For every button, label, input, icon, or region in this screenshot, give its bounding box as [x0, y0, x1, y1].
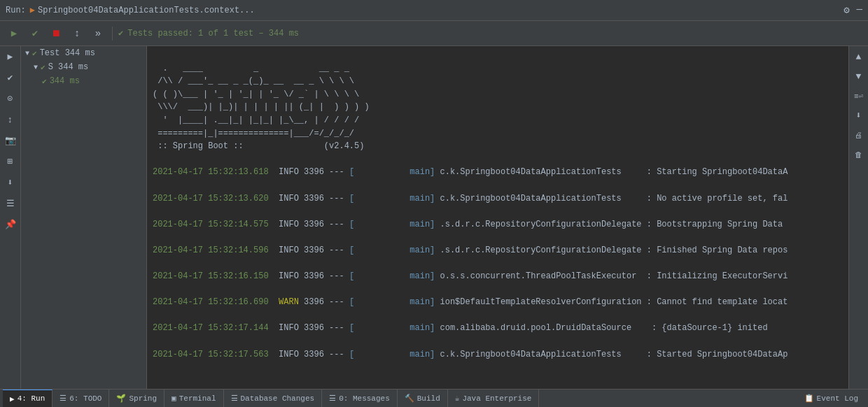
more-button[interactable]: »	[90, 25, 106, 42]
settings-icon[interactable]: ⚙	[844, 4, 849, 16]
print-icon[interactable]: 🖨	[851, 127, 867, 143]
test-item-s[interactable]: ▼ ✔ S 344 ms	[21, 60, 146, 74]
run-label: Run:	[6, 6, 26, 15]
toolbar-divider	[112, 27, 113, 41]
log-line-6: 2021-04-17 15:32:16.690 WARN 3396 --- [ …	[153, 296, 843, 309]
msg-tab-icon: ☰	[329, 394, 336, 403]
tab-terminal[interactable]: ▣ Terminal	[164, 390, 223, 408]
test-item-root[interactable]: ▼ ✔ Test 344 ms	[21, 46, 146, 60]
test-panel: ▼ ✔ Test 344 ms ▼ ✔ S 344 ms ✔ 344 ms	[21, 46, 147, 389]
download-icon[interactable]: ⬇	[851, 108, 867, 123]
sidebar-import-icon[interactable]: ⬇	[3, 175, 18, 190]
todo-tab-label: 6: TODO	[69, 394, 102, 403]
right-sidebar: ▲ ▼ ≡⏎ ⬇ 🖨 🗑	[848, 46, 868, 389]
sidebar-camera-icon[interactable]: 📷	[3, 133, 18, 148]
check-icon-detail: ✔	[42, 77, 47, 86]
sidebar-sort-icon[interactable]: ↕	[3, 112, 18, 127]
left-sidebar: ▶ ✔ ⊙ ↕ 📷 ⊞ ⬇ ☰ 📌	[0, 46, 21, 389]
trash-icon[interactable]: 🗑	[851, 147, 867, 162]
scroll-down-icon[interactable]: ▼	[851, 69, 867, 84]
log-line-2: 2021-04-17 15:32:13.620 INFO 3396 --- [ …	[153, 192, 843, 206]
tab-todo[interactable]: ☰ 6: TODO	[52, 390, 109, 408]
spring-tab-icon: 🌱	[116, 394, 126, 403]
log-line-1: 2021-04-17 15:32:13.618 INFO 3396 --- [ …	[153, 166, 843, 179]
test-label: Test 344 ms	[40, 48, 95, 58]
status-check-icon: ✔	[118, 28, 123, 38]
java-tab-label: Java Enterprise	[462, 394, 531, 403]
test-item-detail[interactable]: ✔ 344 ms	[21, 74, 146, 88]
sidebar-list-icon[interactable]: ☰	[3, 196, 18, 211]
title-actions: ⚙ ─	[844, 4, 862, 16]
minimize-icon[interactable]: ─	[857, 4, 862, 16]
blank-line-1	[153, 376, 158, 385]
todo-tab-icon: ☰	[59, 394, 66, 403]
test-label-detail: 344 ms	[50, 76, 80, 86]
check-icon: ✔	[32, 49, 37, 58]
log-line-3: 2021-04-17 15:32:14.575 INFO 3396 --- [ …	[153, 218, 843, 231]
terminal-tab-icon: ▣	[172, 394, 176, 403]
run-icon: ▶	[30, 5, 35, 15]
tab-run[interactable]: ▶ 4: Run	[3, 390, 52, 408]
title-bar: Run: ▶ Springboot04DataApplicationTests.…	[0, 0, 868, 21]
db-tab-icon: ☰	[231, 394, 238, 403]
msg-tab-label: 0: Messages	[339, 394, 390, 403]
scroll-up-icon[interactable]: ▲	[851, 49, 867, 64]
arrow-icon: ▼	[25, 50, 29, 57]
arrow-icon-s: ▼	[34, 64, 38, 71]
check-button[interactable]: ✔	[27, 25, 43, 42]
status-text: Tests passed: 1 of 1 test – 344 ms	[127, 29, 299, 38]
play-button[interactable]: ▶	[6, 25, 22, 42]
terminal-tab-label: Terminal	[179, 394, 216, 403]
tab-messages[interactable]: ☰ 0: Messages	[322, 390, 398, 408]
sidebar-pin-icon[interactable]: 📌	[3, 217, 18, 232]
event-log-label: Event Log	[817, 394, 858, 403]
build-tab-icon: 🔨	[405, 394, 414, 403]
log-line-8: 2021-04-17 15:32:17.563 INFO 3396 --- [ …	[153, 348, 843, 362]
tab-build[interactable]: 🔨 Build	[398, 390, 448, 408]
test-label-s: S 344 ms	[48, 62, 89, 72]
tab-java-enterprise[interactable]: ☕ Java Enterprise	[448, 390, 540, 408]
sidebar-check-icon[interactable]: ✔	[3, 70, 18, 85]
wrap-icon[interactable]: ≡⏎	[851, 88, 867, 103]
sidebar-run-icon[interactable]: ▶	[3, 49, 18, 64]
log-line-4: 2021-04-17 15:32:14.596 INFO 3396 --- [ …	[153, 244, 843, 257]
spring-banner: . ____ _ __ _ _ /\\ / ___'_ __ _ _(_)_ _…	[153, 64, 370, 152]
sidebar-circle-icon[interactable]: ⊙	[3, 91, 18, 106]
log-line-7: 2021-04-17 15:32:17.144 INFO 3396 --- [ …	[153, 322, 843, 335]
event-log-icon: 📋	[804, 394, 814, 403]
build-tab-label: Build	[417, 394, 440, 403]
main-layout: ▶ ✔ ⊙ ↕ 📷 ⊞ ⬇ ☰ 📌 ▼ ✔ Test 344 ms ▼ ✔ S …	[0, 46, 868, 389]
toolbar: ▶ ✔ ⏹ ↕ » ✔ Tests passed: 1 of 1 test – …	[0, 21, 868, 46]
log-line-5: 2021-04-17 15:32:16.150 INFO 3396 --- [ …	[153, 270, 843, 283]
sidebar-grid-icon[interactable]: ⊞	[3, 154, 18, 169]
run-tab-label: 4: Run	[18, 394, 46, 403]
tab-db-changes[interactable]: ☰ Database Changes	[224, 390, 323, 408]
java-tab-icon: ☕	[455, 394, 460, 403]
db-tab-label: Database Changes	[241, 394, 315, 403]
sort-button[interactable]: ↕	[69, 25, 85, 42]
tab-title: Springboot04DataApplicationTests.context…	[38, 6, 844, 15]
stop-button[interactable]: ⏹	[48, 25, 64, 42]
bottom-bar: ▶ 4: Run ☰ 6: TODO 🌱 Spring ▣ Terminal ☰…	[0, 389, 868, 407]
test-status: ✔ Tests passed: 1 of 1 test – 344 ms	[118, 28, 299, 38]
console-output: . ____ _ __ _ _ /\\ / ___'_ __ _ _(_)_ _…	[147, 46, 848, 389]
tab-event-log[interactable]: 📋 Event Log	[797, 390, 865, 408]
check-icon-s: ✔	[41, 63, 46, 72]
spring-tab-label: Spring	[129, 394, 157, 403]
tab-spring[interactable]: 🌱 Spring	[109, 390, 164, 408]
run-tab-icon: ▶	[10, 394, 15, 404]
